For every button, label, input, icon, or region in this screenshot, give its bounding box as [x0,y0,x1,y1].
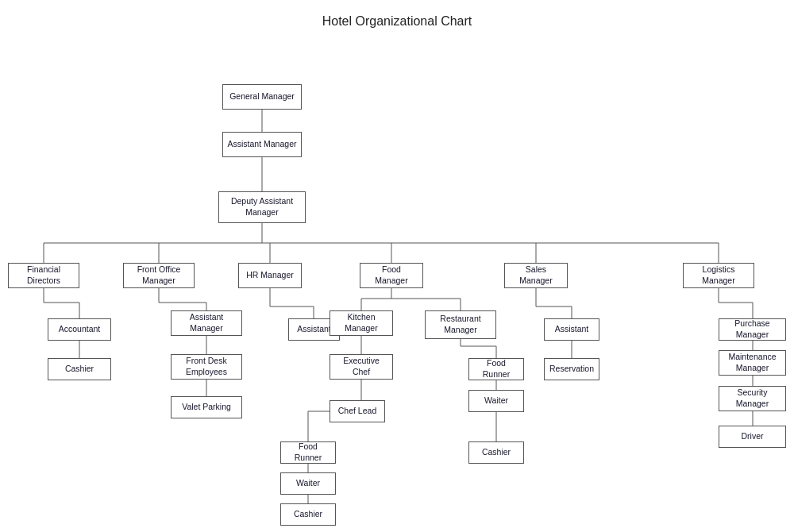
node-security-manager: Security Manager [719,386,786,411]
node-waiter-kitchen: Waiter [280,472,336,495]
node-assistant-sales: Assistant [544,318,599,341]
node-front-desk-employees: Front Desk Employees [171,354,242,380]
node-deputy-assistant: Deputy Assistant Manager [218,191,306,223]
org-chart: General Manager Assistant Manager Deputy… [0,37,794,532]
node-food-runner-kitchen: Food Runner [280,441,336,464]
node-front-office-manager: Front Office Manager [123,263,195,288]
node-logistics-manager: Logistics Manager [683,263,754,288]
node-assistant-manager: Assistant Manager [222,132,302,157]
node-food-manager: Food Manager [360,263,423,288]
node-driver: Driver [719,426,786,448]
node-sales-manager: Sales Manager [504,263,568,288]
node-food-runner-rest: Food Runner [468,358,524,380]
page-title: Hotel Organizational Chart [0,0,794,37]
node-purchase-manager: Purchase Manager [719,318,786,341]
node-kitchen-manager: Kitchen Manager [330,310,393,336]
node-cashier-kitchen: Cashier [280,503,336,526]
node-valet-parking: Valet Parking [171,396,242,418]
node-cashier-fd: Cashier [48,358,111,380]
node-reservation: Reservation [544,358,599,380]
node-maintenance-manager: Maintenance Manager [719,350,786,376]
node-hr-manager: HR Manager [238,263,302,288]
node-accountant: Accountant [48,318,111,341]
node-restaurant-manager: Restaurant Manager [425,310,496,339]
node-waiter-rest: Waiter [468,390,524,412]
node-executive-chef: Executive Chef [330,354,393,380]
node-general-manager: General Manager [222,84,302,110]
node-financial-directors: Financial Directors [8,263,79,288]
node-cashier-rest: Cashier [468,441,524,464]
node-asst-manager-fo: Assistant Manager [171,310,242,336]
node-chef-lead: Chef Lead [330,400,385,422]
